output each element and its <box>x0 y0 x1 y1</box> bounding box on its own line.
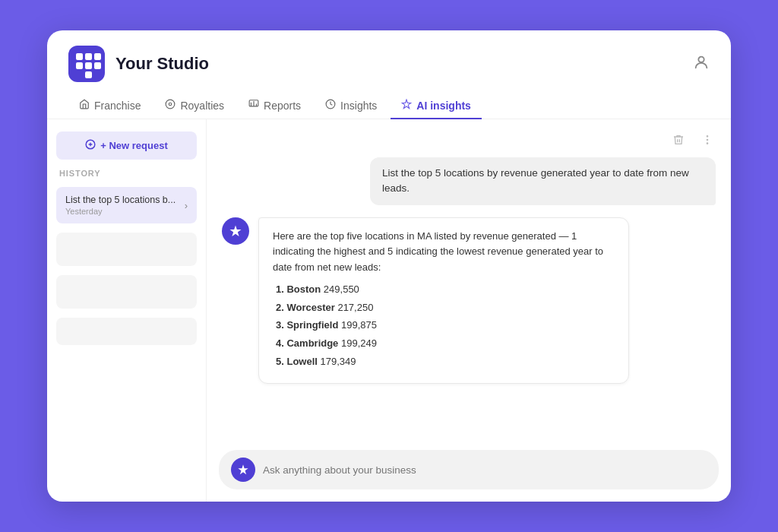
ai-message: Here are the top five locations in MA li… <box>222 217 716 384</box>
list-item: 4. Cambridge 199,249 <box>276 336 615 352</box>
chat-input-area <box>207 442 731 502</box>
ai-insights-icon <box>401 99 412 112</box>
svg-point-1 <box>166 100 176 109</box>
history-empty-item-2 <box>56 275 197 309</box>
history-item-text: List the top 5 locations b... <box>65 195 176 205</box>
ai-avatar <box>222 217 249 245</box>
royalties-icon <box>165 99 176 112</box>
nav-item-royalties[interactable]: Royalties <box>154 93 235 119</box>
history-empty-item-3 <box>56 318 197 345</box>
user-message: List the top 5 locations by revenue gene… <box>222 157 716 205</box>
list-item: 1. Boston 249,550 <box>276 282 615 298</box>
new-request-button[interactable]: + New request <box>56 131 197 160</box>
ai-message-bubble: Here are the top five locations in MA li… <box>258 217 629 384</box>
ai-message-intro: Here are the top five locations in MA li… <box>273 229 615 276</box>
chat-toolbar <box>207 119 731 157</box>
main-content: + New request HISTORY List the top 5 loc… <box>47 119 731 502</box>
svg-point-0 <box>698 57 704 62</box>
svg-point-12 <box>707 139 707 140</box>
nav-item-ai-insights[interactable]: AI insights <box>391 93 482 119</box>
chat-messages: List the top 5 locations by revenue gene… <box>207 157 731 442</box>
svg-point-11 <box>707 136 707 137</box>
ai-input-icon <box>231 458 255 482</box>
profile-button[interactable] <box>693 54 710 74</box>
nav-item-reports[interactable]: Reports <box>238 93 312 119</box>
user-message-bubble: List the top 5 locations by revenue gene… <box>370 157 716 205</box>
app-logo <box>68 46 105 82</box>
sidebar: + New request HISTORY List the top 5 loc… <box>47 119 207 502</box>
svg-point-13 <box>707 143 707 144</box>
nav-item-insights[interactable]: Insights <box>315 93 387 119</box>
nav-item-franchise[interactable]: Franchise <box>68 93 151 119</box>
list-item: 3. Springfield 199,875 <box>276 318 615 334</box>
chat-input-wrapper <box>219 450 719 489</box>
ai-message-list: 1. Boston 249,550 2. Worcester 217,250 3… <box>273 282 615 370</box>
app-container: Your Studio Franchise Royalties <box>47 30 731 502</box>
history-label: HISTORY <box>56 169 197 178</box>
franchise-icon <box>79 99 90 112</box>
delete-button[interactable] <box>667 128 690 151</box>
list-item: 2. Worcester 217,250 <box>276 300 615 316</box>
plus-icon <box>85 139 96 152</box>
history-item-date: Yesterday <box>65 207 176 216</box>
chat-input[interactable] <box>263 464 707 476</box>
app-title: Your Studio <box>115 54 209 74</box>
more-options-button[interactable] <box>696 128 719 151</box>
history-empty-item-1 <box>56 233 197 266</box>
header-left: Your Studio <box>68 46 209 82</box>
history-item[interactable]: List the top 5 locations b... Yesterday … <box>56 187 197 223</box>
insights-icon <box>325 99 336 112</box>
main-nav: Franchise Royalties Reports Insights AI … <box>47 82 731 119</box>
chevron-right-icon: › <box>185 200 188 211</box>
header: Your Studio <box>47 30 731 82</box>
reports-icon <box>248 99 259 112</box>
chat-area: List the top 5 locations by revenue gene… <box>207 119 731 502</box>
svg-point-2 <box>169 103 172 106</box>
list-item: 5. Lowell 179,349 <box>276 354 615 370</box>
